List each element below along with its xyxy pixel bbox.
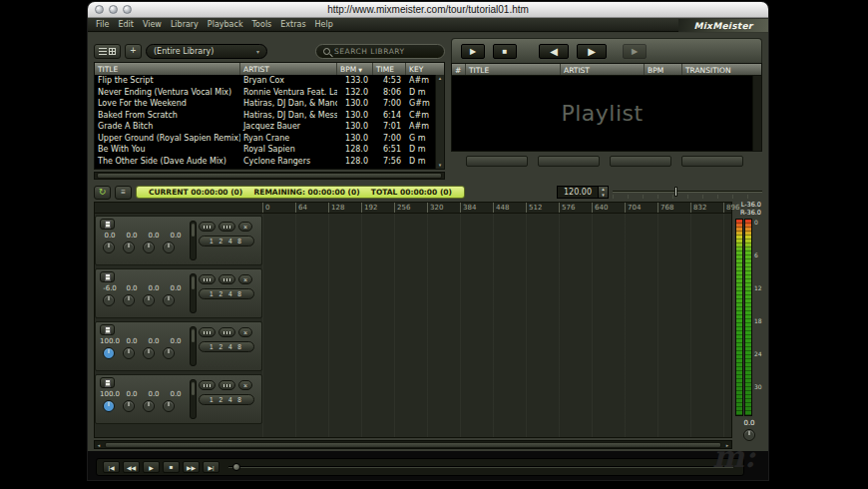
sync-button[interactable] xyxy=(218,380,235,390)
beat-length-buttons[interactable]: 1 2 4 8 xyxy=(199,236,254,246)
playlist-slot-button[interactable] xyxy=(610,156,671,167)
slider-handle[interactable] xyxy=(232,463,240,471)
scroll-left-icon[interactable]: ◂ xyxy=(95,442,103,448)
volume-knob[interactable] xyxy=(103,347,115,359)
eq-high-knob[interactable] xyxy=(163,294,175,306)
slider-handle[interactable] xyxy=(674,187,677,197)
tempo-spinner[interactable]: 120.00 ▴ ▾ xyxy=(557,186,609,199)
library-filter-dropdown[interactable]: (Entire Library) ▾ xyxy=(146,44,267,59)
eq-low-knob[interactable] xyxy=(123,294,135,306)
menu-item[interactable]: Extras xyxy=(280,20,305,29)
playlist-transport-button[interactable]: ▶ xyxy=(577,44,607,59)
library-track-row[interactable]: Upper Ground (Royal Sapien Remix) Ryan C… xyxy=(95,133,444,145)
track-clip-button[interactable] xyxy=(100,271,115,282)
timeline-ruler[interactable]: 0641281922563203844485125766407047688328… xyxy=(94,202,732,214)
track-clip-button[interactable] xyxy=(100,324,115,335)
beat-length-buttons[interactable]: 1 2 4 8 xyxy=(199,288,254,299)
transport-button[interactable]: ▶ xyxy=(143,461,160,473)
sync-button[interactable] xyxy=(218,327,235,337)
scroll-up-icon[interactable]: ▴ xyxy=(439,75,442,82)
menu-item[interactable]: View xyxy=(143,20,162,29)
lane-scrollbar[interactable] xyxy=(190,326,197,366)
eq-low-knob[interactable] xyxy=(123,400,135,412)
volume-knob[interactable] xyxy=(103,242,115,253)
close-button[interactable] xyxy=(95,5,104,14)
playlist-slot-button[interactable] xyxy=(538,156,600,167)
column-header-artist[interactable]: ARTIST xyxy=(561,64,645,75)
scrollbar-thumb[interactable] xyxy=(105,442,721,448)
library-track-row[interactable]: Baked From Scratch Hatiras, DJ Dan, & Me… xyxy=(95,110,444,122)
library-vertical-scrollbar[interactable]: ▴ ▾ xyxy=(435,75,444,169)
eq-mid-knob[interactable] xyxy=(143,294,155,306)
playlist-scrollbar[interactable] xyxy=(752,76,761,151)
volume-knob[interactable] xyxy=(103,294,115,306)
eq-low-knob[interactable] xyxy=(123,347,135,359)
column-header-time[interactable]: TIME xyxy=(373,63,406,75)
transport-button[interactable]: |◀ xyxy=(103,461,120,473)
beat-length-buttons[interactable]: 1 2 4 8 xyxy=(199,341,254,352)
menu-item[interactable]: Playback xyxy=(208,20,243,29)
timeline-horizontal-scrollbar[interactable]: ◂ ▸ xyxy=(94,440,732,449)
track-clip-button[interactable] xyxy=(100,377,115,388)
view-toggle-button[interactable] xyxy=(94,44,121,59)
remove-button[interactable]: × xyxy=(238,274,252,284)
eq-mid-knob[interactable] xyxy=(143,400,155,412)
remove-button[interactable]: × xyxy=(238,222,252,232)
eq-mid-knob[interactable] xyxy=(143,347,155,359)
loop-button[interactable] xyxy=(199,274,216,284)
column-header-key[interactable]: KEY xyxy=(406,63,434,75)
menu-item[interactable]: File xyxy=(96,20,109,29)
track-clip-button[interactable] xyxy=(100,219,115,230)
playlist-slot-button[interactable] xyxy=(466,156,528,167)
add-track-button[interactable]: + xyxy=(125,44,142,59)
scrollbar-thumb[interactable] xyxy=(97,173,442,179)
sync-button[interactable] xyxy=(218,222,235,232)
loop-button[interactable] xyxy=(199,222,216,232)
spin-down-icon[interactable]: ▾ xyxy=(599,193,608,199)
browser-titlebar[interactable]: http://www.mixmeister.com/tour/tutorial0… xyxy=(88,2,768,18)
beat-length-buttons[interactable]: 1 2 4 8 xyxy=(199,394,254,405)
eq-high-knob[interactable] xyxy=(163,347,175,359)
sync-button[interactable] xyxy=(218,274,235,284)
transport-button[interactable]: ■ xyxy=(163,461,180,473)
column-header-title[interactable]: TITLE xyxy=(95,63,240,75)
eq-high-knob[interactable] xyxy=(163,242,175,253)
playlist-transport-button[interactable]: ■ xyxy=(493,44,517,59)
transport-button[interactable]: ▶| xyxy=(203,461,219,473)
timeline-grid[interactable] xyxy=(262,214,731,437)
lane-scrollbar[interactable] xyxy=(190,273,197,313)
volume-knob[interactable] xyxy=(103,400,115,412)
library-track-row[interactable]: Never Ending (Ventura Vocal Mix) Ronnie … xyxy=(95,87,444,99)
menu-item[interactable]: Tools xyxy=(252,20,272,29)
eq-high-knob[interactable] xyxy=(163,400,175,412)
menu-item[interactable]: Help xyxy=(315,20,333,29)
column-header-artist[interactable]: ARTIST xyxy=(240,63,337,75)
library-horizontal-scrollbar[interactable] xyxy=(94,172,445,180)
library-track-row[interactable]: Flip the Script Bryan Cox 133.0 4:53 A#m xyxy=(95,75,444,87)
column-header-transition[interactable]: TRANSITION xyxy=(682,64,761,75)
lane-scrollbar[interactable] xyxy=(190,379,197,419)
library-track-row[interactable]: Grade A Bitch Jacquez Bauer 130.0 7:01 A… xyxy=(95,121,444,133)
search-input[interactable]: SEARCH LIBRARY xyxy=(315,44,445,59)
transport-button[interactable]: ▶▶ xyxy=(183,461,200,473)
playlist-slot-button[interactable] xyxy=(681,156,743,167)
column-header-bpm[interactable]: BPM▼ xyxy=(337,63,373,75)
minimize-button[interactable] xyxy=(109,5,118,14)
library-track-row[interactable]: Love For the Weekend Hatiras, DJ Dan, & … xyxy=(95,98,444,110)
column-header-bpm[interactable]: BPM xyxy=(645,64,682,75)
playlist-body[interactable]: Playlist xyxy=(451,75,762,152)
transport-button[interactable]: ◀◀ xyxy=(123,461,140,473)
eq-mid-knob[interactable] xyxy=(143,242,155,253)
library-track-row[interactable]: Be With You Royal Sapien 128.0 6:51 D m xyxy=(95,144,444,156)
loop-mode-button[interactable]: ↻ xyxy=(94,186,111,200)
column-header-title[interactable]: TITLE xyxy=(466,64,561,75)
loop-button[interactable] xyxy=(199,327,216,337)
lane-scrollbar[interactable] xyxy=(190,221,197,260)
menu-item[interactable]: Edit xyxy=(118,20,134,29)
menu-item[interactable]: Library xyxy=(171,20,199,29)
tempo-slider[interactable] xyxy=(613,186,762,199)
column-header-number[interactable]: # xyxy=(452,64,466,75)
playlist-transport-button[interactable]: ▶ xyxy=(623,44,647,59)
eq-low-knob[interactable] xyxy=(123,242,135,253)
seek-slider[interactable] xyxy=(228,461,737,473)
